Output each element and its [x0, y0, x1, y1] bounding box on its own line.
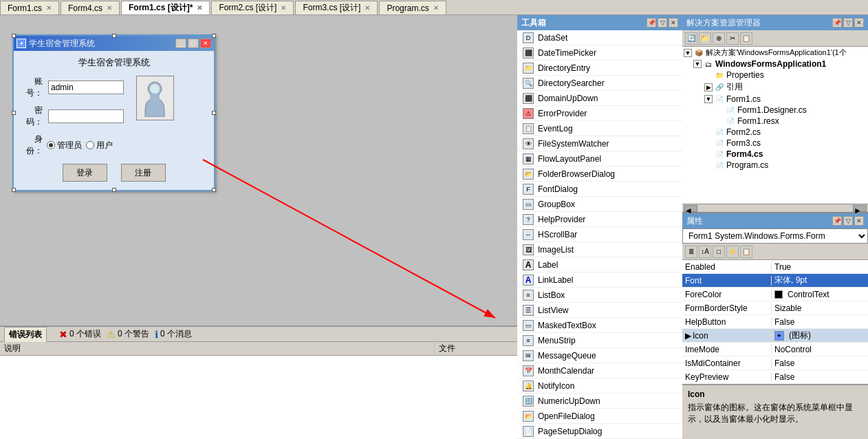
login-button[interactable]: 登录	[63, 164, 107, 182]
toolbox-pin-button[interactable]: 📌	[647, 18, 656, 28]
minimize-button[interactable]: _	[175, 39, 186, 48]
props-pin-button[interactable]: 📌	[832, 216, 842, 226]
prop-row-icon[interactable]: ▶ Icon ✦ (图标)	[682, 329, 868, 343]
design-surface[interactable]: ✦ 学生宿舍管理系统 _ □ ✕ 学生宿舍管理系统 账号：	[0, 15, 517, 325]
toolbox-item-directorysearcher[interactable]: 🔍 DirectorySearcher	[517, 76, 682, 91]
error-list-tab[interactable]: 错误列表	[4, 327, 47, 342]
tree-form4cs[interactable]: 📄 Form4.cs	[682, 149, 868, 160]
register-button[interactable]: 注册	[121, 164, 166, 182]
toolbox-item-menustrip[interactable]: ≡ MenuStrip	[517, 333, 682, 348]
toolbox-item-imagelist[interactable]: 🖼 ImageList	[517, 242, 682, 257]
toolbox-item-messagequeue[interactable]: ✉ MessageQueue	[517, 348, 682, 363]
tree-form2cs[interactable]: 📄 Form2.cs	[682, 127, 868, 138]
prop-row-font[interactable]: Font 宋体, 9pt	[682, 274, 868, 288]
close-icon[interactable]: ✕	[107, 4, 112, 12]
tree-form1-resx[interactable]: 📄 Form1.resx	[682, 116, 868, 127]
handle-mr[interactable]	[212, 111, 216, 115]
tab-form4cs[interactable]: Form4.cs ✕	[61, 1, 120, 14]
handle-ml[interactable]	[12, 111, 16, 115]
toolbox-item-hscrollbar[interactable]: ↔ HScrollBar	[517, 227, 682, 242]
toolbox-item-helpprovider[interactable]: ? HelpProvider	[517, 212, 682, 227]
tree-form3cs[interactable]: 📄 Form3.cs	[682, 138, 868, 149]
toolbox-item-openfiledialog[interactable]: 📂 OpenFileDialog	[517, 409, 682, 424]
scroll-right-button[interactable]: ►	[853, 205, 867, 212]
tree-form1-designer[interactable]: 📄 Form1.Designer.cs	[682, 105, 868, 116]
tab-form2cs-design[interactable]: Form2.cs [设计] ✕	[211, 1, 294, 14]
tree-programcs[interactable]: 📄 Program.cs	[682, 160, 868, 171]
tree-form1cs[interactable]: ▼ 📄 Form1.cs	[682, 94, 868, 105]
toolbox-item-maskedtextbox[interactable]: ▭ MaskedTextBox	[517, 318, 682, 333]
close-icon[interactable]: ✕	[197, 4, 202, 12]
sol-expand-button[interactable]: ▽	[843, 18, 853, 28]
toolbox-expand-button[interactable]: ▽	[658, 18, 667, 28]
form-close-button[interactable]: ✕	[200, 39, 211, 48]
toolbox-item-listbox[interactable]: ≡ ListBox	[517, 288, 682, 303]
tree-properties[interactable]: 📁 Properties	[682, 69, 868, 81]
password-input[interactable]	[48, 109, 124, 123]
sol-toolbar-btn1[interactable]: 🔄	[685, 32, 697, 45]
tree-solution[interactable]: ▼ 📦 解决方案'WindowsFormsApplication1'(1个	[682, 47, 868, 58]
scroll-left-button[interactable]: ◄	[684, 205, 697, 212]
toolbox-item-notifyicon[interactable]: 🔔 NotifyIcon	[517, 378, 682, 394]
tab-form1cs-design[interactable]: Form1.cs [设计]* ✕	[121, 1, 210, 14]
handle-tm[interactable]	[112, 34, 116, 38]
handle-tr[interactable]	[212, 34, 216, 38]
toolbox-item-errorprovider[interactable]: ⚠ ErrorProvider	[517, 106, 682, 121]
expand-icon[interactable]: ▼	[704, 95, 713, 103]
toolbox-item-groupbox[interactable]: ▭ GroupBox	[517, 197, 682, 212]
toolbox-item-label[interactable]: A Label	[517, 257, 682, 272]
close-icon[interactable]: ✕	[365, 4, 370, 12]
expand-icon[interactable]: ▶	[704, 83, 713, 92]
sol-toolbar-btn5[interactable]: 📋	[740, 32, 752, 45]
sol-toolbar-btn4[interactable]: ✂	[726, 32, 739, 45]
props-expand-button[interactable]: ▽	[843, 216, 853, 226]
tree-references[interactable]: ▶ 🔗 引用	[682, 81, 868, 94]
props-properties-button[interactable]: □	[713, 246, 725, 258]
close-icon[interactable]: ✕	[281, 4, 286, 12]
props-events-button[interactable]: ⚡	[726, 246, 739, 258]
sol-pin-button[interactable]: 📌	[832, 18, 842, 28]
handle-bm[interactable]	[112, 188, 116, 192]
close-icon[interactable]: ✕	[46, 4, 52, 12]
tab-form3cs-design[interactable]: Form3.cs [设计] ✕	[295, 1, 378, 14]
toolbox-item-flowlayoutpanel[interactable]: ▦ FlowLayoutPanel	[517, 151, 682, 167]
toolbox-item-domainupdown[interactable]: ⬛ DomainUpDown	[517, 91, 682, 106]
toolbox-close-button[interactable]: ✕	[669, 18, 678, 28]
radio-admin[interactable]: 管理员	[47, 140, 82, 151]
maximize-button[interactable]: □	[188, 39, 199, 48]
radio-user[interactable]: 用户	[86, 140, 113, 151]
toolbox-item-fontdialog[interactable]: F FontDialog	[517, 182, 682, 197]
toolbox-item-directoryentry[interactable]: 📁 DirectoryEntry	[517, 61, 682, 76]
tab-form1cs[interactable]: Form1.cs ✕	[0, 1, 59, 14]
toolbox-item-eventlog[interactable]: 📋 EventLog	[517, 121, 682, 136]
props-close-button[interactable]: ✕	[854, 216, 864, 226]
toolbox-item-listview[interactable]: ☰ ListView	[517, 303, 682, 318]
tab-programcs[interactable]: Program.cs ✕	[379, 1, 446, 14]
toolbox-item-numericupdown[interactable]: 🔢 NumericUpDown	[517, 394, 682, 409]
tree-project[interactable]: ▼ 🗂 WindowsFormsApplication1	[682, 58, 868, 69]
account-input[interactable]	[48, 81, 124, 94]
toolbox-item-datetimepicker[interactable]: ⬛ DateTimePicker	[517, 45, 682, 61]
toolbox-item-dataset[interactable]: D DataSet	[517, 30, 682, 45]
props-alphabetical-button[interactable]: ↕A	[699, 246, 711, 258]
expand-icon[interactable]: ▼	[693, 60, 702, 68]
sol-close-button[interactable]: ✕	[854, 18, 864, 28]
toolbox-item-linklabel[interactable]: A LinkLabel	[517, 272, 682, 288]
toolbox-item-folderbrowserdialog[interactable]: 📂 FolderBrowserDialog	[517, 167, 682, 182]
sol-toolbar-btn3[interactable]: ⊕	[713, 32, 725, 45]
props-categorized-button[interactable]: ≣	[685, 246, 697, 258]
toolbox-item-filesystemwatcher[interactable]: 👁 FileSystemWatcher	[517, 136, 682, 151]
prop-expand-icon[interactable]: ▶	[685, 331, 691, 341]
form2cs-label: Form2.cs	[726, 127, 761, 137]
sol-toolbar-btn2[interactable]: 📁	[699, 32, 711, 45]
expand-icon[interactable]: ▼	[684, 49, 692, 57]
close-icon[interactable]: ✕	[433, 4, 439, 12]
handle-tl[interactable]	[12, 34, 16, 38]
toolbox-item-monthcalendar[interactable]: 📅 MonthCalendar	[517, 363, 682, 378]
props-object-selector[interactable]: Form1 System.Windows.Forms.Form	[682, 228, 868, 244]
toolbox-item-pagesetupdialog[interactable]: 📄 PageSetupDialog	[517, 424, 682, 439]
handle-br[interactable]	[212, 188, 216, 192]
props-propertypages-button[interactable]: 📋	[740, 246, 752, 258]
handle-bl[interactable]	[12, 188, 16, 192]
sol-hscrollbar[interactable]: ◄ ►	[682, 204, 868, 212]
